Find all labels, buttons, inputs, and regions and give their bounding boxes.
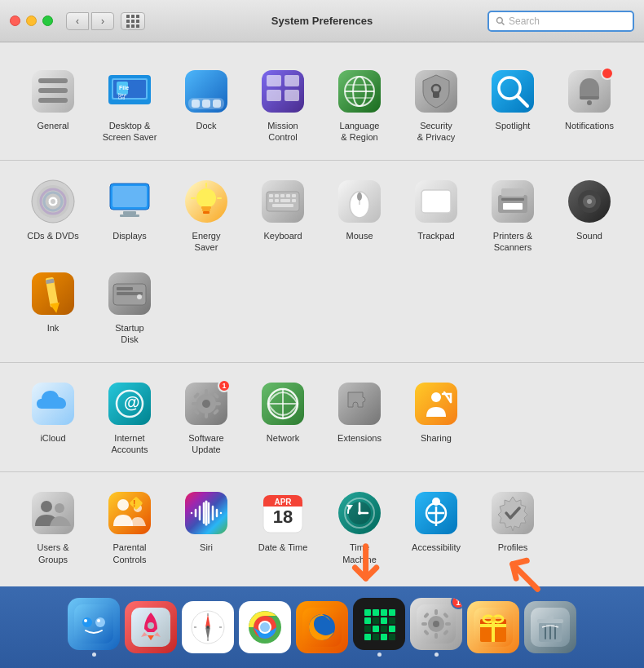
sharing-icon bbox=[412, 379, 461, 428]
svg-rect-45 bbox=[112, 186, 147, 207]
svg-text:APR: APR bbox=[274, 498, 292, 507]
svg-rect-186 bbox=[381, 626, 387, 632]
svg-rect-189 bbox=[373, 634, 379, 640]
pref-software-update[interactable]: 1 SoftwareUpdate bbox=[170, 373, 243, 462]
pref-language[interactable]: Language& Region bbox=[323, 60, 396, 150]
dock-item-finder[interactable] bbox=[68, 598, 120, 657]
svg-rect-31 bbox=[433, 91, 439, 98]
svg-rect-65 bbox=[280, 199, 290, 202]
svg-rect-59 bbox=[275, 194, 279, 197]
pref-accessibility[interactable]: Accessibility bbox=[399, 482, 473, 572]
pref-printers[interactable]: Printers &Scanners bbox=[476, 170, 549, 260]
chrome-dock-icon bbox=[239, 601, 291, 653]
svg-point-113 bbox=[431, 392, 441, 402]
minimize-button[interactable] bbox=[26, 15, 37, 26]
sound-label: Sound bbox=[576, 230, 602, 241]
svg-rect-46 bbox=[123, 211, 136, 215]
pref-cds-dvds[interactable]: CDs & DVDs bbox=[16, 170, 90, 260]
pref-users-groups[interactable]: Users &Groups bbox=[16, 482, 90, 572]
pref-time-machine[interactable]: TimeMachine bbox=[323, 482, 396, 572]
pref-siri[interactable]: Siri bbox=[170, 482, 243, 572]
pref-mouse[interactable]: Mouse bbox=[323, 170, 396, 260]
pref-notifications[interactable]: Notifications bbox=[553, 60, 626, 150]
window-title: System Preferences bbox=[271, 15, 373, 27]
svg-rect-188 bbox=[364, 634, 371, 640]
svg-text:!: ! bbox=[133, 499, 135, 508]
svg-point-157 bbox=[148, 622, 154, 629]
ink-icon bbox=[29, 269, 77, 318]
svg-rect-60 bbox=[280, 194, 285, 197]
pref-profiles[interactable]: Profiles bbox=[476, 482, 549, 572]
pref-spotlight[interactable]: Spotlight bbox=[476, 60, 549, 150]
software-update-icon: 1 bbox=[182, 379, 231, 428]
pref-dock[interactable]: Dock bbox=[170, 60, 243, 150]
security-label: Security& Privacy bbox=[417, 120, 455, 144]
pref-startup-disk[interactable]: StartupDisk bbox=[93, 263, 166, 352]
language-label: Language& Region bbox=[340, 120, 380, 144]
svg-rect-102 bbox=[214, 402, 221, 405]
maximize-button[interactable] bbox=[42, 15, 53, 26]
svg-rect-101 bbox=[192, 402, 198, 405]
pref-ink[interactable]: Ink bbox=[16, 263, 90, 352]
titlebar: ‹ › System Preferences bbox=[0, 0, 644, 42]
pref-date-time[interactable]: APR 18 Date & Time bbox=[246, 482, 320, 572]
forward-button[interactable]: › bbox=[91, 12, 114, 30]
security-icon bbox=[412, 67, 461, 116]
svg-rect-73 bbox=[421, 190, 451, 213]
pref-network[interactable]: Network bbox=[246, 373, 320, 462]
cds-icon bbox=[29, 177, 77, 226]
back-button[interactable]: ‹ bbox=[66, 12, 89, 30]
trash-dock-icon bbox=[524, 601, 576, 653]
search-input[interactable] bbox=[509, 15, 626, 27]
pref-general[interactable]: General bbox=[16, 60, 90, 150]
dock-item-system-prefs[interactable]: 1 bbox=[410, 598, 462, 657]
pref-trackpad[interactable]: Trackpad bbox=[399, 170, 473, 260]
pref-extensions[interactable]: Extensions bbox=[323, 373, 396, 462]
svg-point-117 bbox=[55, 503, 64, 513]
svg-point-71 bbox=[357, 192, 362, 201]
close-button[interactable] bbox=[10, 15, 20, 26]
notifications-label: Notifications bbox=[565, 120, 614, 131]
icloud-label: iCloud bbox=[40, 432, 65, 444]
svg-point-163 bbox=[206, 626, 210, 629]
svg-point-116 bbox=[41, 501, 52, 512]
pref-sound[interactable]: Sound bbox=[553, 170, 626, 260]
profiles-label: Profiles bbox=[498, 542, 528, 553]
dock-item-launchpad[interactable] bbox=[125, 601, 177, 653]
pref-displays[interactable]: Displays bbox=[93, 170, 166, 260]
pref-mission-control[interactable]: MissionControl bbox=[246, 60, 320, 150]
pref-energy[interactable]: EnergySaver bbox=[170, 170, 243, 260]
extensions-icon bbox=[335, 379, 384, 428]
pref-internet-accounts[interactable]: @ InternetAccounts bbox=[93, 373, 166, 462]
dock-item-terminal-plus[interactable] bbox=[353, 598, 405, 657]
displays-label: Displays bbox=[112, 230, 147, 241]
profiles-icon bbox=[488, 489, 537, 537]
energy-icon bbox=[182, 177, 231, 226]
svg-rect-16 bbox=[202, 100, 210, 108]
pref-sharing[interactable]: Sharing bbox=[399, 373, 473, 462]
search-box[interactable] bbox=[487, 11, 634, 32]
dock-item-firefox[interactable] bbox=[296, 601, 348, 653]
printers-label: Printers &Scanners bbox=[493, 230, 532, 254]
pref-security[interactable]: Security& Privacy bbox=[399, 60, 473, 150]
internet-accounts-icon: @ bbox=[105, 379, 154, 428]
time-machine-icon bbox=[335, 489, 384, 537]
svg-rect-217 bbox=[547, 616, 554, 620]
dock-item-giftbox[interactable] bbox=[467, 601, 519, 653]
svg-rect-185 bbox=[373, 626, 379, 632]
dock-item-trash[interactable] bbox=[524, 601, 576, 653]
sysprefs-active-dot bbox=[434, 653, 439, 657]
pref-keyboard[interactable]: Keyboard bbox=[246, 170, 320, 260]
dock-item-chrome[interactable] bbox=[239, 601, 291, 653]
internet-accounts-label: InternetAccounts bbox=[111, 432, 148, 456]
pref-icloud[interactable]: iCloud bbox=[16, 373, 90, 462]
svg-rect-207 bbox=[480, 624, 506, 627]
svg-rect-62 bbox=[292, 194, 296, 197]
svg-point-210 bbox=[491, 617, 496, 622]
grid-view-button[interactable] bbox=[121, 12, 145, 30]
pref-desktop[interactable]: File New Ord Desktop &Screen Saver bbox=[93, 60, 166, 150]
parental-controls-label: ParentalControls bbox=[113, 542, 147, 565]
dock-item-safari[interactable] bbox=[182, 601, 234, 653]
pref-parental-controls[interactable]: ! ParentalControls bbox=[93, 482, 166, 572]
svg-rect-182 bbox=[381, 617, 387, 624]
